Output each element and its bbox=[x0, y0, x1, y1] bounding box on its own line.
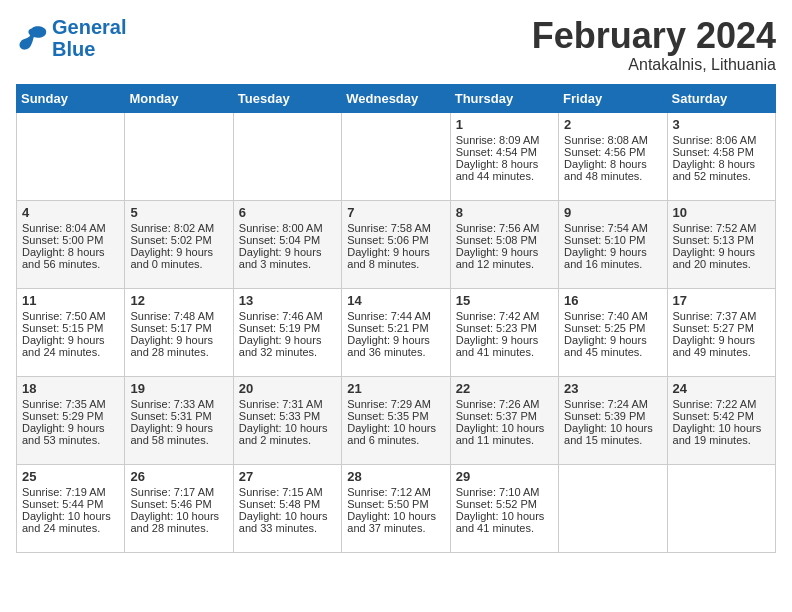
calendar-cell: 4Sunrise: 8:04 AMSunset: 5:00 PMDaylight… bbox=[17, 200, 125, 288]
day-info: Sunrise: 7:54 AM bbox=[564, 222, 661, 234]
day-info: and 52 minutes. bbox=[673, 170, 770, 182]
day-info: Sunset: 5:02 PM bbox=[130, 234, 227, 246]
day-number: 7 bbox=[347, 205, 444, 220]
calendar-cell: 27Sunrise: 7:15 AMSunset: 5:48 PMDayligh… bbox=[233, 464, 341, 552]
day-info: Sunset: 5:19 PM bbox=[239, 322, 336, 334]
page-header: General Blue February 2024 Antakalnis, L… bbox=[16, 16, 776, 74]
day-info: Daylight: 9 hours bbox=[130, 422, 227, 434]
day-info: and 48 minutes. bbox=[564, 170, 661, 182]
title-block: February 2024 Antakalnis, Lithuania bbox=[532, 16, 776, 74]
calendar-cell: 18Sunrise: 7:35 AMSunset: 5:29 PMDayligh… bbox=[17, 376, 125, 464]
day-info: and 8 minutes. bbox=[347, 258, 444, 270]
day-info: and 58 minutes. bbox=[130, 434, 227, 446]
calendar-cell: 21Sunrise: 7:29 AMSunset: 5:35 PMDayligh… bbox=[342, 376, 450, 464]
day-info: Daylight: 9 hours bbox=[22, 334, 119, 346]
weekday-header-tuesday: Tuesday bbox=[233, 84, 341, 112]
day-info: Sunrise: 8:06 AM bbox=[673, 134, 770, 146]
day-info: Sunset: 5:13 PM bbox=[673, 234, 770, 246]
day-number: 6 bbox=[239, 205, 336, 220]
day-info: Sunset: 5:31 PM bbox=[130, 410, 227, 422]
day-number: 11 bbox=[22, 293, 119, 308]
day-info: Sunrise: 7:15 AM bbox=[239, 486, 336, 498]
calendar-cell: 6Sunrise: 8:00 AMSunset: 5:04 PMDaylight… bbox=[233, 200, 341, 288]
day-info: Daylight: 10 hours bbox=[673, 422, 770, 434]
day-info: Sunset: 5:46 PM bbox=[130, 498, 227, 510]
day-info: and 36 minutes. bbox=[347, 346, 444, 358]
day-number: 13 bbox=[239, 293, 336, 308]
day-info: Daylight: 9 hours bbox=[239, 334, 336, 346]
day-info: Daylight: 10 hours bbox=[456, 510, 553, 522]
day-info: Daylight: 10 hours bbox=[239, 510, 336, 522]
day-info: Daylight: 9 hours bbox=[239, 246, 336, 258]
calendar-cell bbox=[125, 112, 233, 200]
calendar-cell: 23Sunrise: 7:24 AMSunset: 5:39 PMDayligh… bbox=[559, 376, 667, 464]
day-info: and 28 minutes. bbox=[130, 346, 227, 358]
day-info: Sunrise: 8:09 AM bbox=[456, 134, 553, 146]
day-info: Sunrise: 7:19 AM bbox=[22, 486, 119, 498]
day-info: Sunrise: 7:29 AM bbox=[347, 398, 444, 410]
day-info: and 56 minutes. bbox=[22, 258, 119, 270]
calendar-cell: 5Sunrise: 8:02 AMSunset: 5:02 PMDaylight… bbox=[125, 200, 233, 288]
day-info: and 32 minutes. bbox=[239, 346, 336, 358]
day-number: 16 bbox=[564, 293, 661, 308]
day-info: Sunset: 5:48 PM bbox=[239, 498, 336, 510]
day-info: Sunrise: 7:35 AM bbox=[22, 398, 119, 410]
day-info: Sunset: 5:23 PM bbox=[456, 322, 553, 334]
calendar-cell: 20Sunrise: 7:31 AMSunset: 5:33 PMDayligh… bbox=[233, 376, 341, 464]
day-number: 23 bbox=[564, 381, 661, 396]
calendar-cell: 29Sunrise: 7:10 AMSunset: 5:52 PMDayligh… bbox=[450, 464, 558, 552]
day-info: Sunrise: 7:37 AM bbox=[673, 310, 770, 322]
calendar-cell: 26Sunrise: 7:17 AMSunset: 5:46 PMDayligh… bbox=[125, 464, 233, 552]
day-info: Sunrise: 7:42 AM bbox=[456, 310, 553, 322]
calendar-cell: 2Sunrise: 8:08 AMSunset: 4:56 PMDaylight… bbox=[559, 112, 667, 200]
weekday-header-wednesday: Wednesday bbox=[342, 84, 450, 112]
calendar-cell: 10Sunrise: 7:52 AMSunset: 5:13 PMDayligh… bbox=[667, 200, 775, 288]
weekday-header-monday: Monday bbox=[125, 84, 233, 112]
day-info: Sunrise: 7:22 AM bbox=[673, 398, 770, 410]
day-number: 27 bbox=[239, 469, 336, 484]
day-info: and 16 minutes. bbox=[564, 258, 661, 270]
month-title: February 2024 bbox=[532, 16, 776, 56]
day-info: Daylight: 9 hours bbox=[130, 334, 227, 346]
day-info: Sunrise: 7:12 AM bbox=[347, 486, 444, 498]
calendar-cell: 9Sunrise: 7:54 AMSunset: 5:10 PMDaylight… bbox=[559, 200, 667, 288]
day-number: 3 bbox=[673, 117, 770, 132]
weekday-header-row: SundayMondayTuesdayWednesdayThursdayFrid… bbox=[17, 84, 776, 112]
calendar-cell bbox=[233, 112, 341, 200]
day-info: Sunset: 5:21 PM bbox=[347, 322, 444, 334]
week-row-2: 4Sunrise: 8:04 AMSunset: 5:00 PMDaylight… bbox=[17, 200, 776, 288]
logo-bird-icon bbox=[16, 24, 48, 52]
day-number: 5 bbox=[130, 205, 227, 220]
day-info: Sunset: 5:35 PM bbox=[347, 410, 444, 422]
day-info: Sunset: 5:17 PM bbox=[130, 322, 227, 334]
day-number: 8 bbox=[456, 205, 553, 220]
calendar-table: SundayMondayTuesdayWednesdayThursdayFrid… bbox=[16, 84, 776, 553]
day-info: Sunset: 5:25 PM bbox=[564, 322, 661, 334]
calendar-cell: 19Sunrise: 7:33 AMSunset: 5:31 PMDayligh… bbox=[125, 376, 233, 464]
week-row-4: 18Sunrise: 7:35 AMSunset: 5:29 PMDayligh… bbox=[17, 376, 776, 464]
day-number: 26 bbox=[130, 469, 227, 484]
day-info: and 20 minutes. bbox=[673, 258, 770, 270]
day-info: Sunset: 5:52 PM bbox=[456, 498, 553, 510]
day-number: 21 bbox=[347, 381, 444, 396]
day-info: Sunset: 5:06 PM bbox=[347, 234, 444, 246]
day-number: 19 bbox=[130, 381, 227, 396]
day-number: 14 bbox=[347, 293, 444, 308]
day-info: Daylight: 9 hours bbox=[347, 334, 444, 346]
day-info: Sunrise: 7:52 AM bbox=[673, 222, 770, 234]
day-info: Sunrise: 7:33 AM bbox=[130, 398, 227, 410]
day-info: Sunrise: 8:08 AM bbox=[564, 134, 661, 146]
day-info: Sunset: 5:04 PM bbox=[239, 234, 336, 246]
day-info: Sunset: 5:42 PM bbox=[673, 410, 770, 422]
day-number: 25 bbox=[22, 469, 119, 484]
day-info: and 12 minutes. bbox=[456, 258, 553, 270]
day-info: Sunrise: 7:56 AM bbox=[456, 222, 553, 234]
day-info: Sunrise: 7:17 AM bbox=[130, 486, 227, 498]
location: Antakalnis, Lithuania bbox=[532, 56, 776, 74]
day-info: Sunrise: 7:40 AM bbox=[564, 310, 661, 322]
day-info: and 11 minutes. bbox=[456, 434, 553, 446]
day-info: Sunrise: 7:10 AM bbox=[456, 486, 553, 498]
day-info: Daylight: 9 hours bbox=[673, 246, 770, 258]
day-info: and 28 minutes. bbox=[130, 522, 227, 534]
day-info: and 0 minutes. bbox=[130, 258, 227, 270]
